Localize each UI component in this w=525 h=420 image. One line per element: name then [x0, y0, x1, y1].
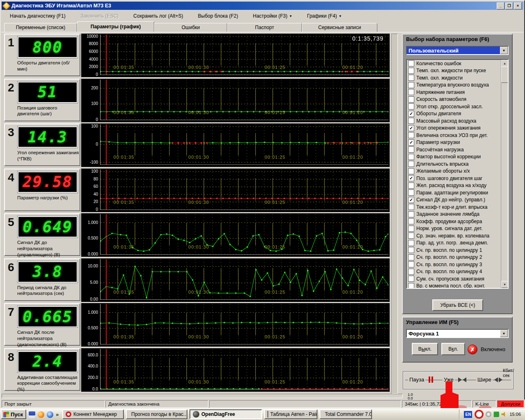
- cd-icon[interactable]: [486, 411, 491, 417]
- checkbox-icon[interactable]: [408, 103, 414, 110]
- parameter-list-item[interactable]: ✓Обороты двигателя: [407, 110, 508, 118]
- menu-item[interactable]: Закончить (ESC): [80, 13, 119, 19]
- parameter-list-item[interactable]: Температура впускного воздуха: [407, 82, 508, 89]
- restore-button[interactable]: ❐: [505, 2, 513, 9]
- menu-item[interactable]: Настройки (F3)▼: [253, 13, 292, 19]
- checkbox-icon[interactable]: [408, 118, 414, 124]
- parameter-list-item[interactable]: Сч. пр. воспл. по цилиндру 4: [407, 268, 508, 276]
- checkbox-icon[interactable]: [408, 82, 414, 88]
- checkbox-icon[interactable]: [408, 276, 414, 282]
- parameter-list-item[interactable]: Темп. охл. жидкости при пуске: [407, 67, 508, 75]
- parameter-list-item[interactable]: ✓Поз. шагового двигателя шаг: [407, 175, 508, 182]
- parameter-list-item[interactable]: Желаемые обороты х/х: [407, 168, 508, 175]
- checkbox-checked-icon[interactable]: ✓: [408, 139, 414, 146]
- red-ring[interactable]: [475, 410, 484, 419]
- ie-icon[interactable]: [47, 411, 53, 418]
- off-button[interactable]: Выкл.: [412, 343, 438, 355]
- checkbox-icon[interactable]: [408, 68, 414, 74]
- parameter-list-item[interactable]: Длительность впрыска: [407, 160, 508, 168]
- clear-all-button[interactable]: Убрать ВСЕ (<): [432, 299, 483, 311]
- combo-arrow-icon[interactable]: ▼: [500, 330, 508, 337]
- list-scrollbar[interactable]: ▲ ▼: [501, 60, 508, 288]
- checkbox-icon[interactable]: [408, 189, 414, 196]
- checkbox-icon[interactable]: [408, 218, 414, 224]
- pause-icon[interactable]: [429, 377, 434, 383]
- parameter-list-item[interactable]: Пар. ад. угл. погр. .венца демп.: [407, 240, 508, 247]
- checkbox-icon[interactable]: [408, 269, 414, 275]
- volume-icon[interactable]: [501, 411, 507, 417]
- start-button[interactable]: Пуск: [1, 409, 26, 419]
- checkbox-icon[interactable]: [408, 233, 414, 239]
- checkbox-icon[interactable]: [408, 168, 414, 174]
- parameter-list-item[interactable]: Количество ошибок: [407, 60, 508, 67]
- tab-2[interactable]: Параметры (график): [77, 21, 154, 32]
- checkbox-checked-icon[interactable]: ✓: [408, 175, 414, 181]
- parameter-list-item[interactable]: Фактор высотной коррекции: [407, 153, 508, 161]
- tab-1[interactable]: Переменные (список): [4, 23, 77, 32]
- tab-4[interactable]: Паспорт: [227, 23, 302, 32]
- menu-item[interactable]: Начать диагностику (F1): [10, 13, 66, 19]
- parameter-list-item[interactable]: Рассчётная нагрузка: [407, 146, 508, 153]
- parameter-list-item[interactable]: Сч. пр. воспл. по цилиндру 1: [407, 247, 508, 254]
- parameter-list-item[interactable]: Напряжение питания: [407, 89, 508, 96]
- parameter-list-item[interactable]: ✓Угол опережения зажигания: [407, 125, 508, 132]
- parameter-list-item[interactable]: Сч. пр. воспл. по цилиндру 2: [407, 254, 508, 261]
- close-button[interactable]: ×: [514, 2, 522, 9]
- checkbox-icon[interactable]: [408, 146, 414, 153]
- scrollbar-thumb[interactable]: [501, 66, 508, 83]
- wider-icon[interactable]: [499, 377, 502, 382]
- wider-label[interactable]: Шире: [476, 377, 493, 383]
- checkbox-icon[interactable]: [408, 211, 414, 217]
- checkbox-icon[interactable]: [408, 183, 414, 189]
- tab-3[interactable]: Ошибки: [154, 23, 227, 32]
- save-icon[interactable]: [29, 411, 35, 418]
- parameter-list-item[interactable]: Темп. охл. жидкости: [407, 74, 508, 82]
- checkbox-icon[interactable]: [408, 60, 414, 66]
- parameter-list-item[interactable]: Сум. сч. пропусков зажигания: [407, 275, 508, 283]
- scroll-up-icon[interactable]: ▲: [501, 60, 508, 67]
- checkbox-checked-icon[interactable]: ✓: [408, 125, 414, 131]
- parameter-list-item[interactable]: Угол откр. дроссельной засл.: [407, 103, 508, 110]
- timeline-strip[interactable]: [2, 394, 403, 398]
- checkbox-icon[interactable]: [408, 75, 414, 81]
- checkbox-checked-icon[interactable]: ✓: [408, 111, 414, 117]
- parameter-list-item[interactable]: Величина отскока УОЗ при дет.: [407, 132, 508, 139]
- parameter-list-item[interactable]: Скорость автомобиля: [407, 96, 508, 103]
- checkbox-icon[interactable]: [408, 132, 414, 138]
- parameter-list-item[interactable]: Массовый расход воздуха: [407, 117, 508, 125]
- parameter-list-item[interactable]: Вр. с момента посл. сбр. конт.: [407, 283, 508, 289]
- parameter-set-combo[interactable]: Пользовательский ▼: [406, 46, 509, 55]
- parameter-list-item[interactable]: Заданное значение лямбда: [407, 211, 508, 218]
- actuator-combo[interactable]: Форсунка 1 ▼: [406, 329, 509, 338]
- checkbox-icon[interactable]: [408, 96, 414, 103]
- parameter-list-item[interactable]: ✓Сигнал ДК до нейтр. (управл.): [407, 196, 508, 204]
- quick-launch-overflow-icon[interactable]: »: [56, 411, 59, 418]
- checkbox-checked-icon[interactable]: ✓: [408, 197, 414, 203]
- taskbar-button[interactable]: Total Commander 7.02a ...: [320, 409, 372, 419]
- taskbar-button[interactable]: Прогноз погоды в Крас...: [126, 409, 187, 419]
- checkbox-icon[interactable]: [408, 247, 414, 253]
- parameter-list-item[interactable]: Сч. пр. воспл. по цилиндру 3: [407, 261, 508, 268]
- parameter-list-item[interactable]: Ср. знач. неравн. вр. коленвала: [407, 232, 508, 240]
- checkbox-icon[interactable]: [408, 154, 414, 160]
- tab-5[interactable]: Сервисные записи: [302, 23, 377, 32]
- parameter-list-item[interactable]: Жел. расход воздуха на х/ходу: [407, 182, 508, 189]
- parameter-list-item[interactable]: Норм. уров. сигнала дат. дет.: [407, 225, 508, 233]
- parameter-list-item[interactable]: Парам. адаптации регулировки: [407, 189, 508, 196]
- checkbox-icon[interactable]: [408, 226, 414, 232]
- parameter-list-item[interactable]: Коэфф. продувки адсорбера: [407, 218, 508, 225]
- graph-scroll-strip[interactable]: [391, 34, 398, 394]
- wider-icon[interactable]: [494, 377, 498, 382]
- update-icon[interactable]: [493, 411, 499, 417]
- checkbox-icon[interactable]: [408, 261, 414, 267]
- minimize-button[interactable]: _: [497, 2, 504, 9]
- pause-label[interactable]: Пауза: [408, 377, 425, 383]
- taskbar-button[interactable]: OpenDiagFree: [189, 409, 262, 419]
- firefox-icon[interactable]: [38, 411, 44, 418]
- menu-item[interactable]: Графики (F4)▼: [307, 13, 342, 19]
- menu-item[interactable]: Выбор блока (F2): [198, 13, 238, 19]
- taskbar-button[interactable]: Коннект Менеджер: [62, 409, 124, 419]
- menu-item[interactable]: Сохранить лог (Alt+S): [133, 13, 183, 19]
- checkbox-icon[interactable]: [408, 161, 414, 167]
- language-indicator[interactable]: EN: [464, 411, 472, 418]
